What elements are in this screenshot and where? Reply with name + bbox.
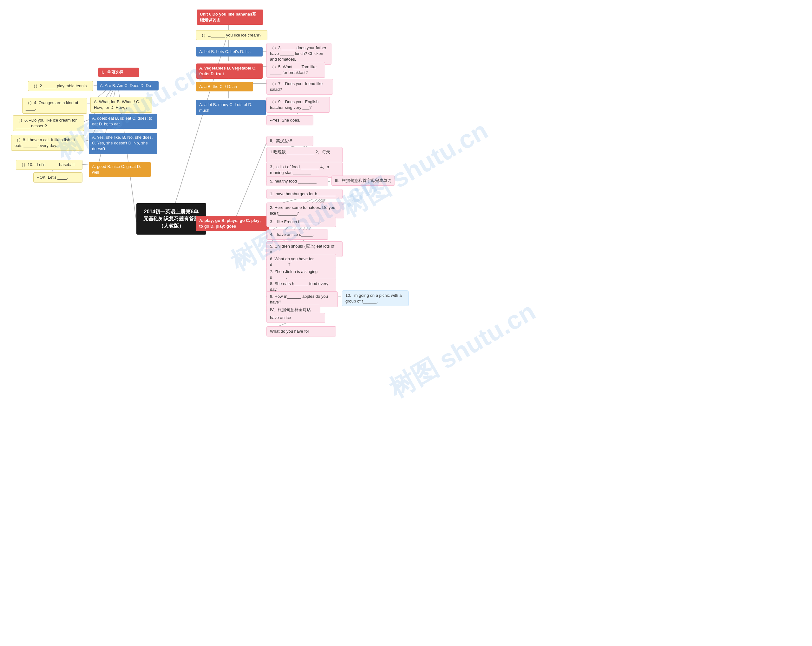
node-tr3: 3、a lis t of food ________ 4、a running s… [266, 162, 343, 178]
node-a10: A. good B. nice C. great D. well [89, 162, 151, 177]
node-q9: （）9. –Does your English teacher sing ver… [266, 97, 330, 113]
node-tr1: 1.吃晚饭 ____________ 2、每天 ________ [266, 147, 343, 163]
node-a-ab: A. a B. the C. / D. an [196, 82, 253, 92]
node-q5: （）5. What ___ Tom like _____ for breakfa… [266, 62, 325, 78]
node-a2: A. Are B. Am C. Does D. Do [97, 81, 159, 90]
node-q1: （）1.______ you like ice cream? [196, 30, 267, 40]
node-sec2: Ⅱ、英汉互译 [266, 136, 313, 146]
node-a-veg: A. vegetables B. vegetable C. fruits D. … [196, 63, 263, 79]
node-a6: A. does; eat B. is; eat C. does; to eat … [89, 114, 157, 129]
node-wd3: 3. I like French f________, . [266, 217, 336, 227]
node-unit6: Unit 6 Do you like bananas基础知识巩固 [197, 9, 263, 25]
node-a4: A. What; for B. What; / C. How; for D. H… [90, 97, 152, 113]
node-a9: --Yes, She does. [266, 115, 313, 126]
node-q6: （）6. –Do you like ice cream for ______ d… [13, 115, 84, 131]
svg-line-2 [171, 32, 228, 216]
node-a-play: A. play; go B. plays; go C. play; to go … [196, 216, 269, 231]
node-q4: （）4. Oranges are a kind of ____. [22, 98, 87, 114]
node-wd4: 4. I have an ice c_____. [266, 230, 328, 240]
node-a-alot: A. a lot B. many C. Lots of D. much [196, 100, 266, 115]
node-q3: （）3.______ does your father have ______ … [266, 43, 331, 65]
node-dlg1: have an ice [266, 313, 325, 323]
canvas: 树图 shutu.cn 树图 shutu.cn 树图 shutu.cn 树图 s… [0, 0, 812, 646]
center-node: 2014初一英语上册第6单 元基础知识复习题有答案 （人教版） [136, 203, 206, 234]
node-q8: （）8. I have a cat. It likes fish. It eat… [11, 135, 84, 151]
node-a8: A. Yes, she like. B. No, she does. C. Ye… [89, 133, 157, 154]
svg-line-24 [232, 143, 266, 228]
center-label: 2014初一英语上册第6单 元基础知识复习题有答案 （人教版） [143, 209, 199, 228]
node-wd2: 2. Here are some tomatoes. Do you like t… [266, 202, 344, 218]
node-wd1: 1.I have hamburgers for b________. [266, 189, 343, 199]
watermark-4: 树图 shutu.cn [336, 114, 494, 225]
watermark-3: 树图 shutu.cn [383, 295, 542, 406]
node-q7: （）7. –Does your friend like salad? [266, 79, 333, 95]
node-tr5: 5. healthy food ________ [266, 176, 328, 186]
node-sec3: Ⅲ、根据句意和首字母完成单词 [331, 176, 395, 186]
node-q10: （）10. –Let's _____ baseball. [16, 160, 82, 170]
node-a10-ok: --OK. Let's ____. [33, 172, 82, 182]
node-q2: （）2. _____ play table tennis. [28, 81, 93, 91]
node-wd10: 10. I'm going on a picnic with a group o… [342, 291, 409, 306]
node-sec1: Ⅰ、单项选择 [98, 67, 139, 77]
node-a1: A. Let B. Lets C. Let's D. It's [196, 47, 263, 57]
node-dlg2: What do you have for [266, 326, 336, 337]
